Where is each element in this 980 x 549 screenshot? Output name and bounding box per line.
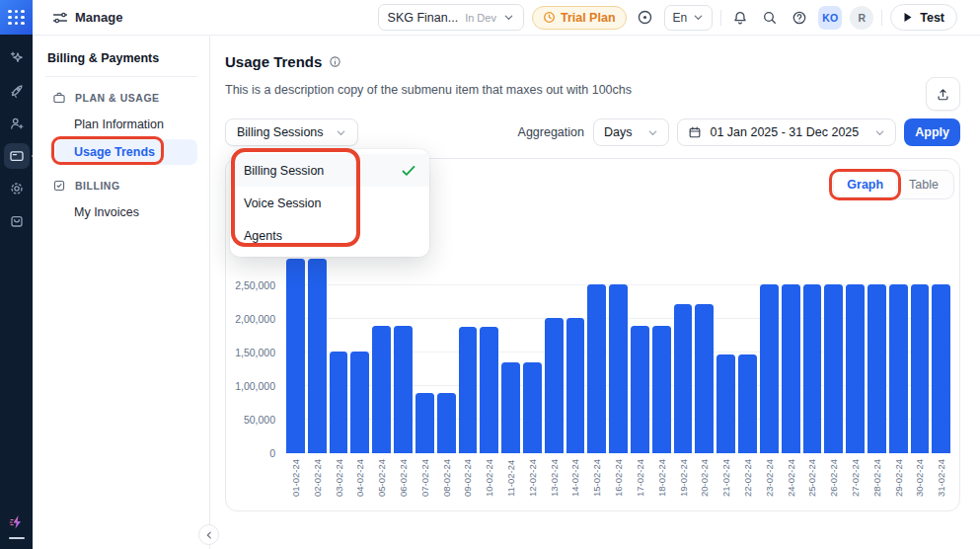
- rail-bottom-indicator: [9, 537, 25, 540]
- date-range-picker[interactable]: 01 Jan 2025 - 31 Dec 2025: [677, 118, 896, 146]
- x-tick: 05-02-24: [372, 459, 391, 497]
- bar-08-02-24: [437, 393, 456, 453]
- bar-23-02-24: [760, 284, 779, 453]
- workspace-avatar[interactable]: KO: [818, 6, 842, 30]
- x-tick-label: 06-02-24: [398, 459, 409, 497]
- x-tick-label: 07-02-24: [419, 459, 430, 497]
- rail-item-settings[interactable]: [4, 176, 30, 201]
- bar-10-02-24: [480, 327, 498, 453]
- sidebar-item-plan-information[interactable]: Plan Information: [55, 112, 197, 137]
- x-tick-label: 13-02-24: [549, 459, 560, 497]
- view-toggle-graph[interactable]: Graph: [834, 173, 896, 196]
- x-tick-label: 04-02-24: [354, 459, 365, 497]
- sidebar-collapse-button[interactable]: [198, 524, 219, 545]
- sparkles-icon: [9, 50, 25, 66]
- y-tick-label: 50,000: [244, 414, 275, 426]
- play-icon: [903, 12, 913, 23]
- menu-item-agents[interactable]: Agents: [230, 219, 429, 252]
- bar-24-02-24: [782, 284, 800, 453]
- divider: [881, 10, 882, 26]
- search-icon[interactable]: [759, 7, 781, 29]
- chart-controls: Billing Sessions Aggregation Days 01 Jan…: [225, 118, 960, 146]
- manage-nav[interactable]: Manage: [52, 10, 122, 25]
- shopping-bag-icon: [9, 213, 25, 229]
- y-tick-label: 2,50,000: [235, 279, 275, 291]
- bar-04-02-24: [350, 352, 369, 453]
- user-avatar[interactable]: R: [850, 6, 873, 30]
- bell-icon[interactable]: [729, 7, 751, 29]
- menu-item-label: Billing Session: [244, 164, 324, 178]
- rail-item-ai[interactable]: [4, 45, 30, 71]
- x-tick-label: 27-02-24: [850, 459, 861, 497]
- x-tick: 25-02-24: [803, 459, 822, 497]
- apply-button[interactable]: Apply: [904, 118, 960, 146]
- x-tick-label: 20-02-24: [699, 459, 710, 497]
- sidebar-item-usage-trends[interactable]: Usage Trends: [55, 139, 197, 165]
- x-tick: 14-02-24: [566, 459, 585, 497]
- x-tick: 17-02-24: [631, 459, 649, 497]
- aggregation-label: Aggregation: [518, 125, 584, 139]
- bar-28-02-24: [867, 284, 886, 453]
- metric-dropdown-trigger[interactable]: Billing Sessions: [225, 118, 358, 146]
- x-tick: 20-02-24: [695, 459, 714, 497]
- x-tick: 27-02-24: [846, 459, 865, 497]
- y-tick-label: 2,00,000: [235, 313, 275, 325]
- help-icon[interactable]: [789, 7, 810, 29]
- page-description: This is a description copy of the submen…: [225, 83, 632, 97]
- sidebar-section-plan-usage: PLAN & USAGE: [52, 91, 195, 105]
- x-tick-label: 23-02-24: [764, 459, 775, 497]
- chevron-down-icon: [874, 127, 885, 138]
- x-tick: 04-02-24: [350, 459, 369, 497]
- org-name: SKG Finan...: [388, 11, 459, 25]
- rail-item-billing[interactable]: [4, 143, 30, 169]
- export-button[interactable]: [926, 77, 960, 111]
- x-tick: 19-02-24: [674, 459, 693, 497]
- language-value: En: [673, 11, 688, 25]
- x-tick-label: 26-02-24: [828, 459, 839, 497]
- bar-05-02-24: [372, 326, 391, 453]
- page-title: Usage Trends: [225, 53, 322, 70]
- bar-30-02-24: [911, 284, 930, 453]
- trial-plan-badge[interactable]: Trial Plan: [532, 6, 627, 30]
- app-grid-button[interactable]: [0, 0, 33, 35]
- bar-11-02-24: [501, 362, 520, 453]
- date-range-value: 01 Jan 2025 - 31 Dec 2025: [710, 125, 859, 139]
- x-tick: 15-02-24: [587, 459, 606, 497]
- language-selector[interactable]: En: [664, 5, 714, 31]
- x-tick: 08-02-24: [437, 459, 456, 497]
- aggregation-select[interactable]: Days: [593, 118, 669, 146]
- rail-item-launch[interactable]: [4, 78, 30, 104]
- bar-01-02-24: [286, 259, 305, 453]
- sidebar-item-my-invoices[interactable]: My Invoices: [55, 199, 197, 225]
- y-tick-label: 0: [269, 447, 275, 459]
- menu-item-voice-session[interactable]: Voice Session: [230, 187, 429, 219]
- info-icon[interactable]: [329, 55, 341, 68]
- bar-03-02-24: [330, 352, 348, 453]
- x-tick: 24-02-24: [782, 459, 800, 497]
- view-toggle-table[interactable]: Table: [896, 173, 951, 196]
- gear-icon: [9, 181, 25, 196]
- rail-item-marketplace[interactable]: [4, 208, 30, 234]
- y-tick-label: 1,00,000: [235, 380, 275, 392]
- x-tick: 28-02-24: [867, 459, 886, 497]
- x-tick: 09-02-24: [459, 459, 478, 497]
- test-button[interactable]: Test: [890, 4, 957, 31]
- bar-22-02-24: [738, 354, 757, 453]
- user-plus-icon: [9, 116, 25, 131]
- credit-card-icon: [9, 148, 25, 164]
- section-label: PLAN & USAGE: [75, 92, 160, 104]
- bar-06-02-24: [394, 326, 413, 453]
- flash-boost-icon[interactable]: [8, 513, 26, 531]
- x-tick: 10-02-24: [480, 459, 498, 497]
- x-tick-label: 21-02-24: [720, 459, 731, 497]
- sidebar-title: Billing & Payments: [45, 49, 197, 77]
- x-tick: 03-02-24: [330, 459, 348, 497]
- rail-item-users[interactable]: [4, 111, 30, 136]
- x-tick: 06-02-24: [394, 459, 413, 497]
- topbar: Manage SKG Finan... In Dev Trial Plan En…: [33, 0, 980, 36]
- x-tick-label: 16-02-24: [613, 459, 624, 497]
- status-target-icon[interactable]: [635, 7, 656, 29]
- section-label: BILLING: [75, 180, 120, 192]
- org-selector[interactable]: SKG Finan... In Dev: [378, 4, 524, 31]
- menu-item-billing-session[interactable]: Billing Session: [230, 154, 429, 187]
